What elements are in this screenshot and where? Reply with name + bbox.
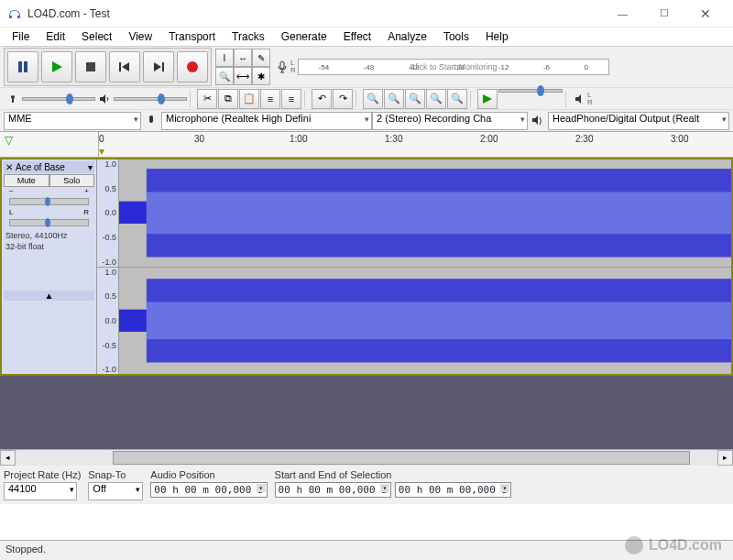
- selection-toolbar: Project Rate (Hz) 44100 Snap-To Off Audi…: [0, 465, 733, 504]
- status-bar: Stopped.: [0, 540, 733, 560]
- svg-rect-22: [147, 302, 731, 339]
- svg-marker-2: [52, 61, 62, 72]
- audio-track: ✕ Ace of Base ▾ Mute Solo −+ LR Stereo, …: [0, 158, 733, 376]
- paste-button[interactable]: 📋: [239, 89, 259, 109]
- menu-effect[interactable]: Effect: [335, 28, 379, 45]
- menu-tools[interactable]: Tools: [435, 28, 477, 45]
- toolbar-row-2: ✂ ⧉ 📋 ≡ ≡ ↶ ↷ 🔍 🔍 🔍 🔍 🔍 LR: [0, 87, 733, 109]
- copy-button[interactable]: ⧉: [218, 89, 238, 109]
- pause-button[interactable]: [7, 51, 38, 82]
- menu-transport[interactable]: Transport: [160, 28, 224, 45]
- selection-start-display[interactable]: 00 h 00 m 00,000 s: [275, 482, 391, 498]
- redo-button[interactable]: ↷: [333, 89, 353, 109]
- zoom-tool[interactable]: 🔍: [215, 67, 234, 85]
- menu-generate[interactable]: Generate: [273, 28, 335, 45]
- toolbar-area: I ↔ ✎ 🔍 ⟷ ✱ LR -54-48-42 Click to Start …: [0, 46, 733, 132]
- timeline-ruler[interactable]: ▾ 0 30 1:00 1:30 2:00 2:30 3:00: [99, 132, 733, 157]
- draw-tool[interactable]: ✎: [252, 49, 270, 67]
- svg-rect-10: [12, 99, 14, 103]
- track-collapse-button[interactable]: ▲: [4, 291, 94, 301]
- undo-button[interactable]: ↶: [312, 89, 332, 109]
- audio-host-select[interactable]: MME: [4, 112, 141, 130]
- menu-view[interactable]: View: [120, 28, 160, 45]
- play-speed-slider[interactable]: [498, 89, 563, 93]
- fit-project-button[interactable]: 🔍: [426, 89, 446, 109]
- zoom-out-button[interactable]: 🔍: [384, 89, 404, 109]
- title-bar: LO4D.com - Test — ☐ ✕: [0, 0, 733, 27]
- solo-button[interactable]: Solo: [49, 174, 95, 187]
- zoom-in-button[interactable]: 🔍: [363, 89, 383, 109]
- app-icon: [7, 6, 22, 21]
- zoom-toggle-button[interactable]: 🔍: [447, 89, 467, 109]
- track-pan-slider[interactable]: [9, 219, 89, 226]
- edit-toolbar: ✂ ⧉ 📋 ≡ ≡: [197, 89, 301, 109]
- timeline: ▽ ▾ 0 30 1:00 1:30 2:00 2:30 3:00: [0, 132, 733, 158]
- track-name-label[interactable]: Ace of Base: [16, 162, 65, 172]
- svg-rect-16: [119, 202, 147, 224]
- scroll-right-button[interactable]: ▸: [717, 450, 733, 466]
- multi-tool[interactable]: ✱: [252, 67, 270, 85]
- close-button[interactable]: ✕: [684, 0, 726, 27]
- recording-meter[interactable]: LR -54-48-42 Click to Start Monitoring -…: [276, 59, 609, 75]
- status-text: Stopped.: [5, 544, 46, 555]
- mute-button[interactable]: Mute: [4, 174, 49, 187]
- recording-device-select[interactable]: Microphone (Realtek High Defini: [161, 112, 372, 130]
- minimize-button[interactable]: —: [602, 0, 643, 27]
- playback-meter[interactable]: LR: [574, 92, 593, 106]
- scroll-left-button[interactable]: ◂: [0, 450, 16, 466]
- waveform-left[interactable]: [119, 159, 731, 267]
- zoom-toolbar: 🔍 🔍 🔍 🔍 🔍: [363, 89, 467, 109]
- waveform-right[interactable]: [119, 268, 731, 375]
- track-gain-slider[interactable]: [9, 198, 89, 205]
- menu-select[interactable]: Select: [73, 28, 120, 45]
- track-close-button[interactable]: ✕: [5, 162, 13, 172]
- project-rate-select[interactable]: 44100: [4, 482, 77, 500]
- svg-rect-7: [162, 62, 164, 71]
- menu-help[interactable]: Help: [477, 28, 517, 45]
- playback-volume-slider[interactable]: [99, 93, 187, 104]
- stop-button[interactable]: [75, 51, 106, 82]
- audio-position-display[interactable]: 00 h 00 m 00,000 s: [150, 482, 267, 498]
- audio-position-label: Audio Position: [150, 469, 267, 480]
- play-at-speed-toolbar: [477, 89, 563, 109]
- track-info: Stereo, 44100Hz 32-bit float: [4, 230, 94, 252]
- svg-marker-13: [575, 94, 581, 104]
- microphone-icon: [145, 115, 158, 127]
- play-at-speed-button[interactable]: [477, 89, 498, 109]
- silence-button[interactable]: ≡: [281, 89, 301, 109]
- selection-end-display[interactable]: 00 h 00 m 00,000 s: [395, 482, 511, 498]
- undo-toolbar: ↶ ↷: [312, 89, 353, 109]
- empty-track-area[interactable]: [0, 376, 733, 449]
- track-control-panel: ✕ Ace of Base ▾ Mute Solo −+ LR Stereo, …: [2, 159, 97, 374]
- horizontal-scrollbar[interactable]: ◂ ▸: [0, 449, 733, 465]
- cut-button[interactable]: ✂: [197, 89, 217, 109]
- meter-click-label: Click to Start Monitoring: [410, 62, 498, 71]
- track-waveforms[interactable]: 1.00.50.0-0.5-1.0: [97, 159, 731, 374]
- recording-channels-select[interactable]: 2 (Stereo) Recording Cha: [372, 112, 528, 130]
- recording-volume-slider[interactable]: [7, 93, 95, 104]
- playback-device-select[interactable]: HeadPhone/Digital Output (Realt: [548, 112, 729, 130]
- snap-to-select[interactable]: Off: [88, 482, 143, 500]
- timeshift-tool[interactable]: ⟷: [234, 67, 252, 85]
- svg-marker-5: [122, 62, 129, 71]
- skip-start-button[interactable]: [109, 51, 140, 82]
- transport-toolbar: [4, 48, 212, 86]
- svg-marker-6: [154, 62, 161, 71]
- svg-marker-14: [532, 115, 538, 125]
- menu-tracks[interactable]: Tracks: [224, 28, 273, 45]
- menu-analyze[interactable]: Analyze: [379, 28, 435, 45]
- skip-end-button[interactable]: [143, 51, 174, 82]
- scrollbar-thumb[interactable]: [113, 451, 690, 465]
- selection-tool[interactable]: I: [215, 49, 234, 67]
- svg-rect-0: [18, 61, 22, 72]
- fit-selection-button[interactable]: 🔍: [405, 89, 425, 109]
- envelope-tool[interactable]: ↔: [234, 49, 252, 67]
- maximize-button[interactable]: ☐: [643, 0, 684, 27]
- play-button[interactable]: [41, 51, 72, 82]
- pinned-play-head[interactable]: ▽: [2, 134, 15, 147]
- record-button[interactable]: [177, 51, 208, 82]
- window-title: LO4D.com - Test: [27, 7, 602, 20]
- menu-file[interactable]: File: [4, 28, 38, 45]
- menu-edit[interactable]: Edit: [38, 28, 73, 45]
- trim-button[interactable]: ≡: [260, 89, 280, 109]
